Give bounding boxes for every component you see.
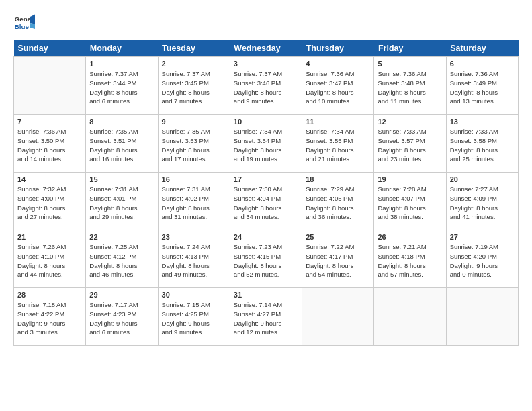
day-info: Sunrise: 7:35 AMSunset: 3:53 PMDaylight:… — [162, 127, 226, 164]
calendar-cell: 11Sunrise: 7:34 AMSunset: 3:55 PMDayligh… — [302, 115, 374, 173]
calendar-cell: 8Sunrise: 7:35 AMSunset: 3:51 PMDaylight… — [86, 115, 158, 173]
calendar-cell: 4Sunrise: 7:36 AMSunset: 3:47 PMDaylight… — [302, 57, 374, 115]
day-number: 7 — [17, 118, 82, 126]
day-number: 23 — [162, 233, 226, 241]
day-info: Sunrise: 7:29 AMSunset: 4:05 PMDaylight:… — [306, 185, 370, 222]
day-number: 3 — [234, 60, 298, 68]
calendar-cell — [446, 288, 518, 346]
calendar-cell: 19Sunrise: 7:28 AMSunset: 4:07 PMDayligh… — [374, 173, 446, 230]
calendar-cell: 16Sunrise: 7:31 AMSunset: 4:02 PMDayligh… — [158, 173, 230, 230]
calendar-table: SundayMondayTuesdayWednesdayThursdayFrid… — [13, 40, 519, 346]
calendar-cell: 29Sunrise: 7:17 AMSunset: 4:23 PMDayligh… — [86, 288, 158, 346]
calendar-cell: 31Sunrise: 7:14 AMSunset: 4:27 PMDayligh… — [230, 288, 302, 346]
day-info: Sunrise: 7:30 AMSunset: 4:04 PMDaylight:… — [234, 185, 298, 222]
day-info: Sunrise: 7:14 AMSunset: 4:27 PMDaylight:… — [234, 300, 298, 337]
day-number: 15 — [89, 175, 154, 183]
day-number: 28 — [17, 291, 82, 299]
calendar-cell: 6Sunrise: 7:36 AMSunset: 3:49 PMDaylight… — [446, 57, 518, 115]
day-number: 26 — [378, 233, 442, 241]
calendar-week-row: 1Sunrise: 7:37 AMSunset: 3:44 PMDaylight… — [14, 57, 519, 115]
header-cell-tuesday: Tuesday — [158, 40, 230, 57]
day-info: Sunrise: 7:36 AMSunset: 3:49 PMDaylight:… — [450, 69, 515, 106]
day-number: 1 — [89, 60, 154, 68]
calendar-week-row: 21Sunrise: 7:26 AMSunset: 4:10 PMDayligh… — [14, 230, 519, 288]
day-info: Sunrise: 7:36 AMSunset: 3:48 PMDaylight:… — [378, 69, 442, 106]
day-number: 27 — [450, 233, 515, 241]
calendar-cell: 1Sunrise: 7:37 AMSunset: 3:44 PMDaylight… — [86, 57, 158, 115]
calendar-cell: 18Sunrise: 7:29 AMSunset: 4:05 PMDayligh… — [302, 173, 374, 230]
calendar-cell: 21Sunrise: 7:26 AMSunset: 4:10 PMDayligh… — [14, 230, 86, 288]
calendar-cell: 14Sunrise: 7:32 AMSunset: 4:00 PMDayligh… — [14, 173, 86, 230]
day-info: Sunrise: 7:18 AMSunset: 4:22 PMDaylight:… — [17, 300, 82, 337]
day-number: 8 — [89, 118, 154, 126]
day-info: Sunrise: 7:27 AMSunset: 4:09 PMDaylight:… — [450, 185, 515, 222]
day-info: Sunrise: 7:21 AMSunset: 4:18 PMDaylight:… — [378, 242, 442, 279]
day-number: 31 — [234, 291, 298, 299]
day-info: Sunrise: 7:32 AMSunset: 4:00 PMDaylight:… — [17, 185, 82, 222]
day-number: 2 — [162, 60, 226, 68]
calendar-cell: 25Sunrise: 7:22 AMSunset: 4:17 PMDayligh… — [302, 230, 374, 288]
calendar-header-row: SundayMondayTuesdayWednesdayThursdayFrid… — [14, 40, 519, 57]
day-info: Sunrise: 7:25 AMSunset: 4:12 PMDaylight:… — [89, 242, 154, 279]
day-info: Sunrise: 7:37 AMSunset: 3:44 PMDaylight:… — [89, 69, 154, 106]
day-number: 4 — [306, 60, 370, 68]
day-number: 30 — [162, 291, 226, 299]
day-info: Sunrise: 7:34 AMSunset: 3:54 PMDaylight:… — [234, 127, 298, 164]
calendar-cell: 10Sunrise: 7:34 AMSunset: 3:54 PMDayligh… — [230, 115, 302, 173]
calendar-cell: 9Sunrise: 7:35 AMSunset: 3:53 PMDaylight… — [158, 115, 230, 173]
day-info: Sunrise: 7:35 AMSunset: 3:51 PMDaylight:… — [89, 127, 154, 164]
header-cell-friday: Friday — [374, 40, 446, 57]
calendar-cell: 30Sunrise: 7:15 AMSunset: 4:25 PMDayligh… — [158, 288, 230, 346]
day-number: 19 — [378, 175, 442, 183]
day-number: 6 — [450, 60, 515, 68]
day-number: 24 — [234, 233, 298, 241]
day-info: Sunrise: 7:22 AMSunset: 4:17 PMDaylight:… — [306, 242, 370, 279]
day-info: Sunrise: 7:17 AMSunset: 4:23 PMDaylight:… — [89, 300, 154, 337]
calendar-cell — [302, 288, 374, 346]
calendar-cell: 3Sunrise: 7:37 AMSunset: 3:46 PMDaylight… — [230, 57, 302, 115]
day-info: Sunrise: 7:36 AMSunset: 3:50 PMDaylight:… — [17, 127, 82, 164]
calendar-cell: 20Sunrise: 7:27 AMSunset: 4:09 PMDayligh… — [446, 173, 518, 230]
calendar-week-row: 28Sunrise: 7:18 AMSunset: 4:22 PMDayligh… — [14, 288, 519, 346]
day-number: 25 — [306, 233, 370, 241]
svg-text:Blue: Blue — [15, 23, 30, 30]
day-number: 17 — [234, 175, 298, 183]
calendar-body: 1Sunrise: 7:37 AMSunset: 3:44 PMDaylight… — [14, 57, 519, 346]
calendar-week-row: 7Sunrise: 7:36 AMSunset: 3:50 PMDaylight… — [14, 115, 519, 173]
day-info: Sunrise: 7:28 AMSunset: 4:07 PMDaylight:… — [378, 185, 442, 222]
calendar-cell: 2Sunrise: 7:37 AMSunset: 3:45 PMDaylight… — [158, 57, 230, 115]
day-info: Sunrise: 7:31 AMSunset: 4:01 PMDaylight:… — [89, 185, 154, 222]
calendar-cell: 13Sunrise: 7:33 AMSunset: 3:58 PMDayligh… — [446, 115, 518, 173]
calendar-cell: 23Sunrise: 7:24 AMSunset: 4:13 PMDayligh… — [158, 230, 230, 288]
calendar-cell: 26Sunrise: 7:21 AMSunset: 4:18 PMDayligh… — [374, 230, 446, 288]
day-info: Sunrise: 7:33 AMSunset: 3:57 PMDaylight:… — [378, 127, 442, 164]
calendar-cell: 12Sunrise: 7:33 AMSunset: 3:57 PMDayligh… — [374, 115, 446, 173]
calendar-cell — [374, 288, 446, 346]
day-number: 18 — [306, 175, 370, 183]
day-number: 5 — [378, 60, 442, 68]
day-info: Sunrise: 7:23 AMSunset: 4:15 PMDaylight:… — [234, 242, 298, 279]
calendar-cell: 7Sunrise: 7:36 AMSunset: 3:50 PMDaylight… — [14, 115, 86, 173]
calendar-cell — [14, 57, 86, 115]
day-number: 20 — [450, 175, 515, 183]
day-info: Sunrise: 7:36 AMSunset: 3:47 PMDaylight:… — [306, 69, 370, 106]
day-info: Sunrise: 7:15 AMSunset: 4:25 PMDaylight:… — [162, 300, 226, 337]
day-number: 21 — [17, 233, 82, 241]
calendar-cell: 27Sunrise: 7:19 AMSunset: 4:20 PMDayligh… — [446, 230, 518, 288]
day-number: 14 — [17, 175, 82, 183]
header-cell-saturday: Saturday — [446, 40, 518, 57]
day-info: Sunrise: 7:33 AMSunset: 3:58 PMDaylight:… — [450, 127, 515, 164]
header-cell-monday: Monday — [86, 40, 158, 57]
day-number: 22 — [89, 233, 154, 241]
day-info: Sunrise: 7:37 AMSunset: 3:46 PMDaylight:… — [234, 69, 298, 106]
day-number: 12 — [378, 118, 442, 126]
day-number: 10 — [234, 118, 298, 126]
day-info: Sunrise: 7:34 AMSunset: 3:55 PMDaylight:… — [306, 127, 370, 164]
header-cell-sunday: Sunday — [14, 40, 86, 57]
day-info: Sunrise: 7:26 AMSunset: 4:10 PMDaylight:… — [17, 242, 82, 279]
header-cell-wednesday: Wednesday — [230, 40, 302, 57]
day-info: Sunrise: 7:31 AMSunset: 4:02 PMDaylight:… — [162, 185, 226, 222]
calendar-cell: 22Sunrise: 7:25 AMSunset: 4:12 PMDayligh… — [86, 230, 158, 288]
calendar-cell: 15Sunrise: 7:31 AMSunset: 4:01 PMDayligh… — [86, 173, 158, 230]
day-info: Sunrise: 7:37 AMSunset: 3:45 PMDaylight:… — [162, 69, 226, 106]
